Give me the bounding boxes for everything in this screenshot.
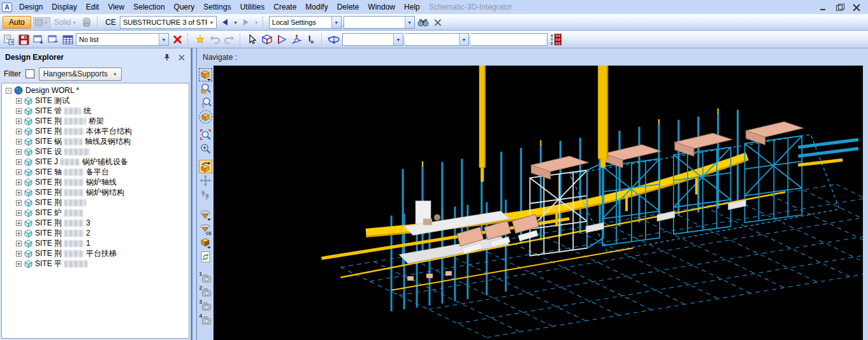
menu-design[interactable]: Design <box>15 1 47 13</box>
clear-search-button[interactable] <box>431 16 444 29</box>
expand-icon[interactable]: + <box>16 108 22 114</box>
tree-item[interactable]: +SITE 荆锅炉钢结构 <box>3 187 189 197</box>
filter-checkbox[interactable] <box>25 69 34 78</box>
look-at-icon[interactable] <box>199 208 212 222</box>
chevron-down-icon[interactable]: ▼ <box>207 20 216 25</box>
pin-icon[interactable] <box>164 53 170 61</box>
menu-settings[interactable]: Settings <box>199 1 235 13</box>
clip-box-icon[interactable] <box>199 236 212 250</box>
remove-from-list-button[interactable] <box>171 33 184 46</box>
expand-icon[interactable]: + <box>16 241 22 246</box>
camera-view-4-icon[interactable]: 4 <box>199 313 212 326</box>
walk-mode-icon[interactable] <box>199 188 212 201</box>
prism-icon[interactable] <box>275 33 288 46</box>
cylinder-icon[interactable] <box>80 16 93 29</box>
look-at-ce-icon[interactable]: CE <box>199 222 212 236</box>
panel-close-icon[interactable] <box>178 53 185 61</box>
expand-icon[interactable]: + <box>16 118 22 124</box>
back-history-dropdown[interactable]: ▼ <box>233 20 238 25</box>
auto-button[interactable]: Auto <box>3 16 31 29</box>
zoom-in-icon[interactable] <box>199 142 212 155</box>
chevron-down-icon[interactable]: ▼ <box>405 17 414 28</box>
expand-icon[interactable]: + <box>16 159 22 165</box>
ce-element-combo[interactable]: SUBSTRUCTURE 3 of STRU ▼ <box>120 16 217 29</box>
search-combo[interactable]: ▼ <box>344 16 415 29</box>
menu-view[interactable]: View <box>103 1 129 13</box>
menu-edit[interactable]: Edit <box>82 1 104 13</box>
expand-icon[interactable]: + <box>16 190 22 195</box>
expand-icon[interactable]: + <box>16 220 22 226</box>
tree-item[interactable]: +SITE 荆桥架 <box>3 116 189 126</box>
redo-icon[interactable] <box>223 33 236 46</box>
restore-button[interactable] <box>836 4 844 11</box>
chevron-down-icon[interactable]: ▼ <box>459 34 468 45</box>
solid-style-dropdown[interactable]: Solid▼ <box>52 16 79 29</box>
forward-history-dropdown[interactable]: ▼ <box>254 20 259 25</box>
list-table-icon[interactable] <box>61 33 74 46</box>
tree-root[interactable]: - Design WORL * <box>3 85 189 96</box>
expand-icon[interactable]: + <box>16 200 22 206</box>
blank-input-field[interactable] <box>471 33 547 46</box>
view-all-icon[interactable] <box>199 110 212 124</box>
menu-window[interactable]: Window <box>363 1 400 13</box>
tree-item[interactable]: +SITE 荆2 <box>3 228 189 238</box>
zoom-to-selection-icon[interactable] <box>199 82 212 96</box>
expand-icon[interactable]: + <box>16 169 22 175</box>
expand-icon[interactable]: + <box>16 139 22 145</box>
settings-scope-combo[interactable]: Local Settings ▼ <box>269 16 342 29</box>
tree-item[interactable]: +SITE 平 <box>3 259 189 269</box>
expand-icon[interactable]: + <box>16 261 22 267</box>
3d-viewport-canvas[interactable] <box>213 66 863 340</box>
current-element-icon[interactable] <box>194 33 206 46</box>
tree-item[interactable]: +SITE 荆 <box>3 197 189 208</box>
minimize-button[interactable] <box>820 4 827 11</box>
expand-icon[interactable]: + <box>16 180 22 185</box>
expand-icon[interactable]: + <box>16 251 22 257</box>
rotate-view-icon[interactable] <box>328 33 340 46</box>
menu-create[interactable]: Create <box>269 1 301 13</box>
refresh-view-icon[interactable] <box>199 250 212 264</box>
undo-icon[interactable] <box>208 33 221 46</box>
draw-list-combo[interactable]: No list ▼ <box>76 33 169 46</box>
tree-item[interactable]: +SITE 荆平台扶梯 <box>3 248 189 259</box>
orbit-rotate-icon[interactable] <box>199 160 212 173</box>
navigate-back-button[interactable] <box>219 16 231 29</box>
tree-item[interactable]: +SITE 炉 <box>3 208 189 218</box>
view-combo-2[interactable]: ▼ <box>405 33 469 46</box>
camera-view-2-icon[interactable]: 2 <box>199 285 212 298</box>
tree-item[interactable]: +SITE 设 <box>3 146 189 157</box>
select-cursor-icon[interactable] <box>246 33 259 46</box>
menu-modify[interactable]: Modify <box>301 1 332 13</box>
menu-selection[interactable]: Selection <box>129 1 169 13</box>
menu-utilities[interactable]: Utilities <box>236 1 270 13</box>
tree-item[interactable]: +SITE 荆锅炉轴线 <box>3 177 189 187</box>
chevron-down-icon[interactable]: ▼ <box>393 34 403 45</box>
tree-item[interactable]: +SITE 锅轴线及钢结构 <box>3 136 189 146</box>
navigate-forward-button[interactable] <box>240 16 252 29</box>
camera-view-1-icon[interactable]: 1 <box>199 271 212 284</box>
expand-icon[interactable]: + <box>16 129 22 134</box>
walk-to-selection-icon[interactable] <box>199 68 212 81</box>
find-binoculars-icon[interactable] <box>417 16 430 29</box>
expand-icon[interactable]: + <box>16 210 22 216</box>
chevron-down-icon[interactable]: ▼ <box>159 34 168 45</box>
zoom-window-icon[interactable] <box>199 128 212 141</box>
save-icon[interactable] <box>17 33 30 46</box>
chevron-down-icon[interactable]: ▼ <box>331 17 341 28</box>
menu-query[interactable]: Query <box>170 1 199 13</box>
tree-item[interactable]: +SITE 测试 <box>3 96 189 106</box>
menu-display[interactable]: Display <box>47 1 81 13</box>
color-swatch-dropdown[interactable]: ▼ <box>33 17 50 28</box>
tree-item[interactable]: +SITE 荆1 <box>3 238 189 248</box>
remove-view-icon[interactable]: − <box>47 33 59 46</box>
close-button[interactable] <box>853 4 860 11</box>
coordinates-readout-icon[interactable]: X0.0 Y0.0 Z0.0 <box>551 34 561 45</box>
menu-help[interactable]: Help <box>400 1 424 13</box>
tree-item[interactable]: +SITE 管统 <box>3 106 189 116</box>
axes-icon[interactable] <box>290 33 303 46</box>
tree-item[interactable]: +SITE 荆本体平台结构 <box>3 126 189 136</box>
camera-view-3-icon[interactable]: 3 <box>199 299 212 312</box>
io-toggle-icon[interactable]: Io <box>305 33 317 46</box>
model-box-icon[interactable] <box>261 33 273 46</box>
copy-document-icon[interactable] <box>3 33 15 46</box>
